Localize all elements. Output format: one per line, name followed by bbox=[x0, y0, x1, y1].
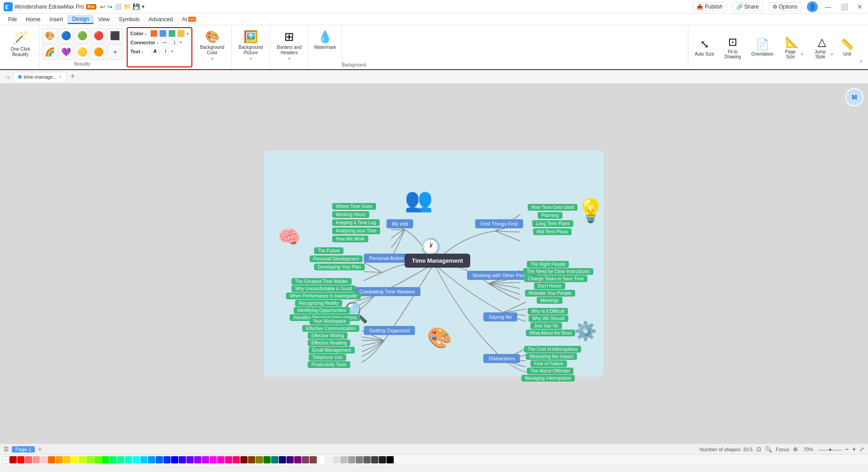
beautify-btn-2[interactable]: 🔵 bbox=[58, 28, 74, 43]
borders-headers-btn[interactable]: ⊞ Borders and Headers ▾ bbox=[274, 28, 305, 63]
green-how-time-used[interactable]: How Time Gets Used bbox=[528, 204, 577, 211]
color-swatch-37[interactable] bbox=[294, 456, 301, 463]
color-more-btn[interactable]: ▾ bbox=[186, 31, 189, 36]
green-recognizing[interactable]: Recognizing Reality bbox=[295, 300, 342, 307]
maximize-btn[interactable]: ⬜ bbox=[839, 3, 850, 10]
center-node[interactable]: Time Management bbox=[405, 254, 470, 268]
beautify-btn-6[interactable]: 🌈 bbox=[42, 44, 57, 60]
background-picture-btn[interactable]: 🖼️ Background Picture ▾ bbox=[235, 28, 266, 63]
menu-view[interactable]: View bbox=[94, 15, 114, 24]
menu-ai[interactable]: AI hot bbox=[177, 15, 200, 24]
minimize-btn[interactable]: — bbox=[823, 3, 833, 10]
color-swatch-4[interactable] bbox=[40, 456, 48, 463]
color-swatch-20[interactable] bbox=[163, 456, 171, 463]
green-analyzing[interactable]: Analyzing your Time bbox=[332, 227, 380, 234]
green-where-time[interactable]: Where Time Goes bbox=[332, 203, 376, 210]
color-swatch-41[interactable] bbox=[325, 456, 332, 463]
beautify-btn-1[interactable]: 🎨 bbox=[42, 28, 57, 43]
options-btn[interactable]: ⚙ Options bbox=[768, 2, 801, 11]
color-swatch-17[interactable] bbox=[140, 456, 148, 463]
page-size-btn[interactable]: 📐 Page Size ▾ bbox=[778, 34, 806, 61]
green-change-tasks[interactable]: Change Tasks to Save Time bbox=[524, 275, 587, 282]
green-workspace[interactable]: Your Workspace bbox=[310, 318, 350, 325]
user-avatar[interactable]: 👤 bbox=[807, 1, 818, 12]
beautify-expand-btn[interactable]: ▾ bbox=[107, 44, 123, 60]
green-effective-writing[interactable]: Effective Writing bbox=[308, 332, 348, 339]
menu-insert[interactable]: Insert bbox=[45, 15, 67, 24]
color-swatch-44[interactable] bbox=[348, 456, 355, 463]
auto-size-btn[interactable]: ⤡ Auto Size bbox=[692, 36, 717, 58]
color-swatch-1[interactable] bbox=[17, 456, 24, 463]
text-more-btn[interactable]: ▾ bbox=[171, 49, 173, 54]
green-developing-plan[interactable]: Developing Your Plan bbox=[314, 264, 365, 270]
color-swatch-30[interactable] bbox=[240, 456, 248, 463]
green-working-hours[interactable]: Working Hours bbox=[332, 211, 369, 218]
open-btn[interactable]: 📁 bbox=[124, 3, 131, 10]
canvas-avatar[interactable]: M bbox=[845, 88, 863, 106]
color-swatch-15[interactable] bbox=[125, 456, 132, 463]
zoom-icon-2[interactable]: ⊕ bbox=[793, 446, 798, 453]
green-productivity[interactable]: Productivity Tools bbox=[308, 361, 350, 368]
text-style-1[interactable]: A bbox=[150, 47, 160, 55]
tab-time-manage[interactable]: time-manage... × bbox=[13, 72, 67, 81]
color-swatch-34[interactable] bbox=[271, 456, 278, 463]
color-swatch-24[interactable] bbox=[194, 456, 201, 463]
green-managing-interruptions[interactable]: Managing Interruptions bbox=[521, 375, 575, 382]
green-future[interactable]: The Future bbox=[314, 247, 343, 254]
color-swatch-32[interactable] bbox=[256, 456, 263, 463]
orientation-btn[interactable]: 📄 Orientation bbox=[749, 36, 776, 58]
color-swatch-21[interactable] bbox=[171, 456, 178, 463]
color-swatch-28[interactable] bbox=[225, 456, 232, 463]
color-swatch-47[interactable] bbox=[371, 456, 378, 463]
color-swatch-6[interactable] bbox=[56, 456, 63, 463]
saying-no-node[interactable]: Saying No bbox=[483, 312, 517, 321]
connector-more-btn[interactable]: ▾ bbox=[180, 40, 182, 45]
menu-symbols[interactable]: Symbols bbox=[114, 15, 144, 24]
color-swatch-13[interactable] bbox=[110, 456, 117, 463]
color-swatch-25[interactable] bbox=[202, 456, 209, 463]
redo-btn[interactable]: ↪ bbox=[107, 3, 113, 10]
color-swatch-2[interactable] bbox=[159, 30, 167, 37]
green-fear-failure[interactable]: Fear of Failure bbox=[530, 360, 567, 367]
beautify-btn-5[interactable]: ⬛ bbox=[107, 28, 123, 43]
fit-view-icon[interactable]: ⊡ bbox=[756, 446, 761, 453]
green-performance[interactable]: When Performance is Inadequate bbox=[286, 293, 361, 299]
green-why-should[interactable]: Why We Should bbox=[529, 315, 568, 322]
green-effective-comm[interactable]: Effective Communication bbox=[302, 325, 359, 332]
green-dont-hover[interactable]: Don't Hover bbox=[534, 283, 565, 289]
green-what-about-boss[interactable]: What About the Boss bbox=[526, 330, 575, 336]
color-swatch-10[interactable] bbox=[86, 456, 94, 463]
background-color-btn[interactable]: 🎨 Background Color ▾ bbox=[197, 28, 228, 63]
menu-design[interactable]: Design bbox=[67, 15, 93, 24]
layer-icon[interactable]: ☰ bbox=[4, 446, 9, 453]
text-style-2[interactable]: I bbox=[162, 47, 169, 55]
fullscreen-icon[interactable]: ⤢ bbox=[859, 446, 864, 453]
fit-drawing-btn[interactable]: ⊡ Fit to Drawing bbox=[719, 34, 747, 61]
color-swatch-4[interactable] bbox=[177, 30, 185, 37]
green-mid-term[interactable]: Mid Term Plans bbox=[533, 228, 572, 235]
color-swatch-38[interactable] bbox=[302, 456, 309, 463]
color-swatch-19[interactable] bbox=[156, 456, 163, 463]
menu-home[interactable]: Home bbox=[21, 15, 45, 24]
one-click-beautify-btn[interactable]: 🪄 One Click Beautify bbox=[5, 28, 35, 60]
zoom-minus[interactable]: − bbox=[845, 446, 849, 453]
color-swatch-40[interactable] bbox=[317, 456, 324, 463]
green-long-term[interactable]: Long Term Plans bbox=[532, 220, 573, 227]
page-setup-expand[interactable]: ↗ bbox=[858, 59, 863, 65]
menu-advanced[interactable]: Advanced bbox=[144, 15, 177, 24]
connector-type-1[interactable]: — bbox=[160, 38, 169, 46]
green-email-mgmt[interactable]: Email Management bbox=[309, 347, 355, 354]
beautify-btn-9[interactable]: 🟠 bbox=[91, 44, 106, 60]
green-right-people[interactable]: The Right People bbox=[527, 261, 569, 268]
green-telephone[interactable]: Telephone Use bbox=[309, 354, 346, 361]
color-swatch-48[interactable] bbox=[379, 456, 386, 463]
beautify-btn-4[interactable]: 🔴 bbox=[91, 28, 106, 43]
no-color-swatch[interactable]: ✕ bbox=[2, 456, 9, 463]
green-planning[interactable]: Planning bbox=[538, 212, 563, 219]
color-swatch-12[interactable] bbox=[102, 456, 109, 463]
green-why-difficult[interactable]: Why is it Difficult bbox=[528, 308, 568, 315]
green-clear-instructions[interactable]: The Need for Clear Instructions bbox=[523, 268, 593, 275]
add-page-btn[interactable]: + bbox=[38, 445, 42, 453]
green-identifying[interactable]: Identifying Opportunities bbox=[294, 307, 350, 314]
color-swatch-46[interactable] bbox=[363, 456, 371, 463]
